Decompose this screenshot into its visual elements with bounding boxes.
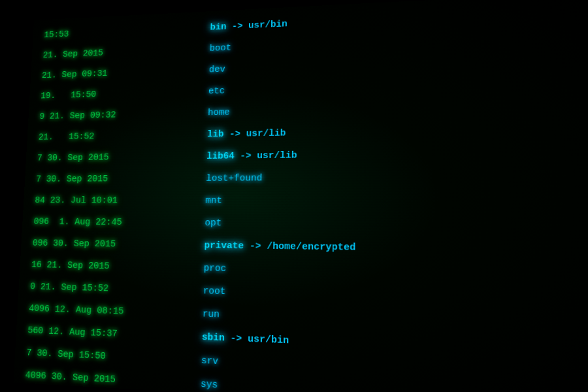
left-line-8: 84 23. Jul 10:01: [35, 189, 200, 212]
left-line-4: 9 21. Sep 09:32: [39, 103, 203, 127]
left-line-5: 21. 15:52: [38, 124, 201, 148]
dir-name-dev: dev: [208, 59, 225, 81]
left-line-10: 096 30. Sep 2015: [32, 233, 199, 257]
arrow-bin: -> usr/bin: [226, 14, 287, 38]
dir-name-opt: opt: [204, 212, 222, 235]
dir-name-private: private: [204, 235, 244, 258]
dir-name-lib64: lib64: [206, 145, 235, 167]
left-column: 15:53 21. Sep 2015 21. Sep 09:31 19. 15:…: [13, 12, 204, 392]
dir-name-root: root: [203, 280, 226, 303]
arrow-lib: -> usr/lib: [223, 122, 286, 145]
right-line-mnt: mnt: [205, 189, 588, 214]
dir-name-lib: lib: [207, 123, 224, 146]
dir-name-lostfound: lost+found: [206, 167, 263, 190]
dir-name-run: run: [202, 302, 220, 326]
dir-name-home: home: [208, 102, 231, 124]
dir-name-bin: bin: [210, 16, 227, 38]
dir-name-srv: srv: [201, 349, 218, 373]
dir-name-mnt: mnt: [205, 189, 223, 212]
right-line-lostfound: lost+found: [206, 165, 588, 190]
arrow-lib64: -> usr/lib: [234, 144, 297, 167]
arrow-sbin: -> usr/bin: [224, 327, 289, 353]
dir-name-boot: boot: [209, 37, 231, 59]
dir-name-etc: etc: [208, 80, 225, 103]
arrow-private: -> /home/encrypted: [244, 235, 356, 259]
terminal-screen: 15:53 21. Sep 2015 21. Sep 09:31 19. 15:…: [13, 0, 588, 392]
dir-name-sys: sys: [200, 372, 218, 392]
right-line-lib64: lib64 -> usr/lib: [206, 140, 588, 167]
dir-name-proc: proc: [203, 257, 226, 280]
dir-name-sbin: sbin: [201, 326, 225, 350]
left-line-6: 7 30. Sep 2015: [37, 146, 201, 169]
left-line-9: 096 1. Aug 22:45: [33, 211, 199, 234]
right-column: bin -> usr/bin boot dev etc home lib -> …: [194, 0, 588, 392]
left-line-7: 7 30. Sep 2015: [35, 168, 200, 190]
terminal-content: 15:53 21. Sep 2015 21. Sep 09:31 19. 15:…: [13, 0, 588, 392]
